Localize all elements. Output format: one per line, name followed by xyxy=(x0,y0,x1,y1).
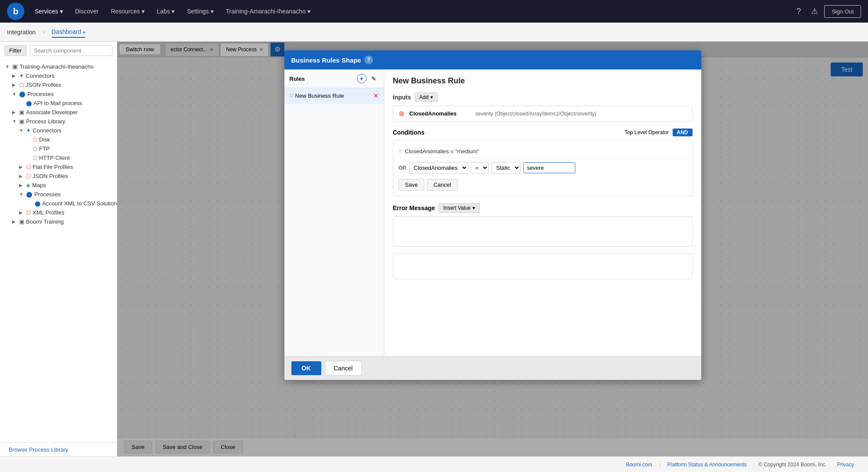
processes-l3-icon: ⬤ xyxy=(26,191,33,198)
tree-item-json-profiles-l3[interactable]: ▶ ⬡ JSON Profiles xyxy=(0,172,117,181)
subnav-dashboard[interactable]: Dashboard ▾ xyxy=(52,26,85,38)
tree-item-assoc-dev[interactable]: ▶ ▣ Associate Developer xyxy=(0,108,117,117)
process-icon: ⬤ xyxy=(19,91,26,97)
drag-handle-icon: ⠿ xyxy=(290,93,293,98)
modal-help-icon[interactable]: ? xyxy=(364,56,373,64)
modal-header: Business Rules Shape ? xyxy=(284,50,701,69)
folder-icon: ▣ xyxy=(19,118,24,125)
nav-services[interactable]: Services ▾ xyxy=(30,5,68,17)
sign-out-button[interactable]: Sign Out xyxy=(824,5,861,18)
tree-item-flat-file[interactable]: ▶ ⬡ Flat File Profiles xyxy=(0,162,117,172)
tree-item-connectors-l2[interactable]: ▶ ✦ Connectors xyxy=(0,71,117,80)
condition-operator-select[interactable]: = xyxy=(471,162,489,174)
ftp-icon: ⬡ xyxy=(33,146,37,152)
inputs-table: ⊗ ClosedAnomalies severity (Object/close… xyxy=(393,106,693,122)
condition-drag-icon: ⠿ xyxy=(399,149,402,154)
tree-item-processes-l3[interactable]: ▼ ⬤ Processes xyxy=(0,190,117,199)
main-area: Filter ▼ ▣ Training-Amarachi-Iheanacho ▶… xyxy=(0,42,868,456)
condition-value-input[interactable] xyxy=(523,162,575,173)
sidebar-browse: Browse Process Library xyxy=(0,442,117,456)
sidebar-tree: ▼ ▣ Training-Amarachi-Iheanacho ▶ ✦ Conn… xyxy=(0,60,117,442)
business-rules-modal: Business Rules Shape ? Rules + ✎ xyxy=(284,50,701,380)
input-row: ⊗ ClosedAnomalies severity (Object/close… xyxy=(393,106,692,121)
tree-item-processes-l2[interactable]: ▼ ⬤ Processes xyxy=(0,89,117,99)
disk-icon: ⬡ xyxy=(33,137,37,143)
inputs-section-header: Inputs Add ▾ xyxy=(393,92,693,102)
condition-save-button[interactable]: Save xyxy=(399,179,425,191)
footer-bar: Boomi.com | Platform Status & Announceme… xyxy=(0,456,868,472)
privacy-link[interactable]: Privacy xyxy=(837,462,854,468)
insert-value-button[interactable]: Insert Value ▾ xyxy=(439,203,480,213)
xml-icon: ⬡ xyxy=(26,209,31,216)
conditions-box: ⠿ ClosedAnomalies = "medium" OR ClosedAn… xyxy=(393,140,693,196)
expand-icon: ▼ xyxy=(5,64,10,69)
rules-list-item[interactable]: ⠿ New Business Rule ✕ xyxy=(284,88,384,104)
rules-header: Rules + ✎ xyxy=(284,69,384,88)
modal-overlay: Business Rules Shape ? Rules + ✎ xyxy=(117,42,868,456)
nav-discover[interactable]: Discover xyxy=(70,5,104,17)
add-input-button[interactable]: Add ▾ xyxy=(415,92,438,102)
nav-settings[interactable]: Settings ▾ xyxy=(182,5,219,17)
tree-item-api-to-mail[interactable]: ⬤ API to Mail process xyxy=(0,99,117,108)
ok-button[interactable]: OK xyxy=(291,361,321,375)
input-path: severity (Object/closed/Array/items1/Obj… xyxy=(475,111,597,117)
delete-rule-icon[interactable]: ✕ xyxy=(373,92,379,100)
subnav-integration[interactable]: Integration xyxy=(7,27,36,37)
flat-file-icon: ⬡ xyxy=(26,164,31,170)
folder-icon: ▣ xyxy=(12,63,18,70)
browse-process-library-link[interactable]: Browse Process Library xyxy=(5,445,72,455)
condition-cancel-button[interactable]: Cancel xyxy=(427,179,457,191)
platform-status-link[interactable]: Platform Status & Announcements xyxy=(667,462,747,468)
error-message-textarea[interactable] xyxy=(393,216,693,247)
error-message-label: Error Message xyxy=(393,205,435,211)
boomi-link[interactable]: Boomi.com xyxy=(626,462,652,468)
nav-resources[interactable]: Resources ▾ xyxy=(106,5,150,17)
tree-item-account-xml[interactable]: ⬤ Account XML to CSV Solution xyxy=(0,199,117,208)
condition-field-select[interactable]: ClosedAnomalies xyxy=(409,162,468,174)
profile-icon: ⬡ xyxy=(19,82,24,88)
tree-item-training[interactable]: ▼ ▣ Training-Amarachi-Iheanacho xyxy=(0,62,117,71)
http-icon: ⬡ xyxy=(33,155,37,161)
tree-item-connectors-l3[interactable]: ▼ ✦ Connectors xyxy=(0,126,117,135)
help-icon[interactable]: ? xyxy=(792,4,805,19)
notifications-icon[interactable]: ⚠ xyxy=(807,4,822,19)
tree-item-json-profiles[interactable]: ▶ ⬡ JSON Profiles xyxy=(0,80,117,89)
json-icon: ⬡ xyxy=(26,173,31,179)
condition-row-static: ⠿ ClosedAnomalies = "medium" xyxy=(399,145,687,158)
tree-item-xml-profiles[interactable]: ▶ ⬡ XML Profiles xyxy=(0,208,117,217)
conditions-header: Conditions Top Level Operator AND xyxy=(393,129,693,136)
add-rule-button[interactable]: + xyxy=(357,74,366,83)
tree-item-process-library[interactable]: ▼ ▣ Process Library xyxy=(0,117,117,126)
nav-account[interactable]: Training-Amarachi-Iheanacho ▾ xyxy=(221,5,316,17)
error-message-header: Error Message Insert Value ▾ xyxy=(393,203,693,213)
rule-item-label: New Business Rule xyxy=(295,92,370,99)
boomi-training-icon: ▣ xyxy=(19,218,24,225)
sidebar-toolbar: Filter xyxy=(0,42,117,60)
modal-cancel-button[interactable]: Cancel xyxy=(325,361,362,376)
tree-item-maps[interactable]: ▶ ◈ Maps xyxy=(0,181,117,190)
map-icon: ◈ xyxy=(26,182,30,188)
sub-navigation: Integration › Dashboard ▾ xyxy=(0,23,868,42)
condition-static-text: ClosedAnomalies = "medium" xyxy=(405,148,479,155)
connector-icon: ✦ xyxy=(19,73,24,79)
edit-rule-button[interactable]: ✎ xyxy=(369,74,379,83)
condition-actions: Save Cancel xyxy=(399,179,687,191)
content-area: Switch now ector Connect... ✕ New Proces… xyxy=(117,42,868,456)
and-badge: AND xyxy=(673,129,693,136)
rules-panel: Rules + ✎ ⠿ New Business Rule ✕ xyxy=(284,69,384,356)
tree-item-ftp[interactable]: ⬡ FTP xyxy=(0,144,117,153)
top-navigation: b Services ▾ Discover Resources ▾ Labs ▾… xyxy=(0,0,868,23)
condition-type-select[interactable]: Static xyxy=(492,162,521,174)
tree-item-disk[interactable]: ⬡ Disk xyxy=(0,135,117,144)
modal-body: Rules + ✎ ⠿ New Business Rule ✕ xyxy=(284,69,701,356)
account-xml-icon: ⬤ xyxy=(35,201,40,207)
nav-labs[interactable]: Labs ▾ xyxy=(152,5,180,17)
extra-box xyxy=(393,253,693,279)
tree-item-http-client[interactable]: ⬡ HTTP Client xyxy=(0,153,117,162)
condition-row-edit: OR ClosedAnomalies = Static xyxy=(399,160,687,175)
tree-item-boomi-training[interactable]: ▶ ▣ Boomi Training xyxy=(0,217,117,226)
input-error-icon: ⊗ xyxy=(399,109,404,118)
filter-button[interactable]: Filter xyxy=(4,45,26,56)
search-input[interactable] xyxy=(30,45,112,56)
boomi-logo[interactable]: b xyxy=(7,3,24,20)
